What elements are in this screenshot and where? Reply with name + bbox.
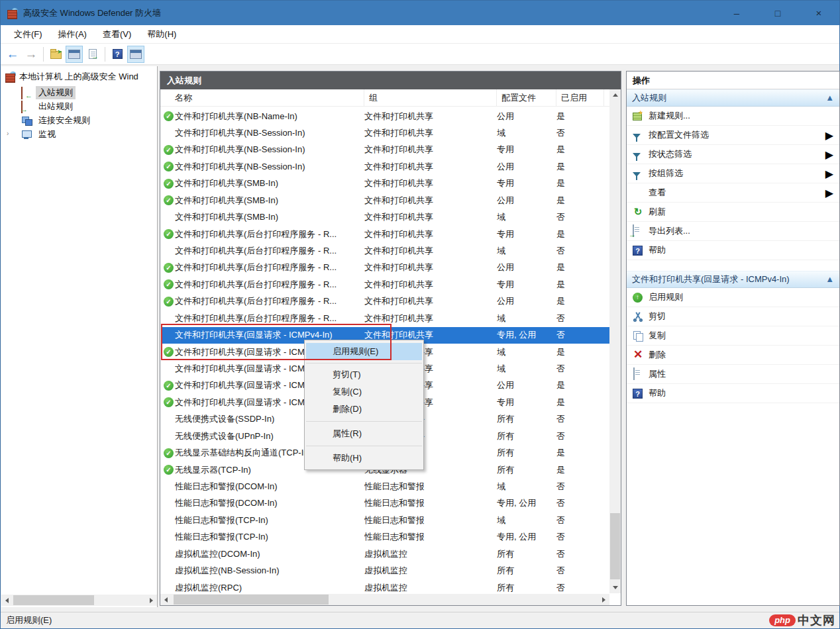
action-item-icon-box — [633, 170, 649, 177]
php-badge: php — [769, 614, 796, 626]
rule-profile-cell: 所有 — [497, 582, 556, 593]
rule-row[interactable]: 文件和打印机共享(SMB-In)文件和打印机共享域否 — [161, 209, 609, 226]
rule-enabled-cell: 是 — [556, 279, 565, 291]
rule-row[interactable]: 性能日志和警报(TCP-In)性能日志和警报专用, 公用否 — [161, 529, 609, 546]
context-menu-item-剪切(T)[interactable]: 剪切(T) — [306, 366, 422, 383]
context-menu-item-帮助(H)[interactable]: 帮助(H) — [306, 450, 422, 467]
minimize-button[interactable]: – — [716, 1, 757, 25]
scroll-down-button[interactable] — [609, 582, 621, 593]
rule-row[interactable]: 性能日志和警报(DCOM-In)性能日志和警报域否 — [161, 478, 609, 495]
tree-item-label: 入站规则 — [36, 86, 76, 99]
scroll-left-button[interactable] — [1, 595, 13, 606]
properties-icon — [633, 368, 635, 380]
rule-group-cell: 文件和打印机共享 — [364, 127, 497, 139]
action-item-label: 帮助 — [649, 244, 839, 256]
rule-row[interactable]: ✓文件和打印机共享(后台打印程序服务 - R...文件和打印机共享专用是 — [161, 276, 609, 293]
action-item-导出列表...[interactable]: 导出列表... — [627, 222, 839, 241]
up-one-level-button[interactable] — [47, 46, 64, 63]
action-item-查看[interactable]: 查看▶ — [627, 183, 839, 203]
tree-item-连接安全规则[interactable]: 连接安全规则 — [21, 114, 93, 127]
column-header-名称[interactable]: 名称 — [170, 89, 364, 107]
action-item-删除[interactable]: ✕删除 — [627, 346, 839, 365]
scroll-right-button[interactable] — [146, 595, 157, 606]
action-item-新建规则...[interactable]: 新建规则... — [627, 107, 839, 126]
enabled-check-icon: ✓ — [164, 111, 174, 121]
help-button[interactable]: ? — [109, 46, 126, 63]
rule-enabled-cell: 是 — [556, 228, 565, 240]
scrollbar-thumb[interactable] — [13, 595, 94, 605]
tree-item-入站规则[interactable]: ←入站规则 — [21, 86, 76, 99]
action-item-剪切[interactable]: 剪切 — [627, 307, 839, 326]
menu-item-3[interactable]: 帮助(H) — [139, 25, 184, 44]
rule-row[interactable]: ✓文件和打印机共享(后台打印程序服务 - R...文件和打印机共享公用是 — [161, 293, 609, 310]
submenu-arrow-icon: ▶ — [825, 129, 833, 142]
context-menu-item-复制(C)[interactable]: 复制(C) — [306, 383, 422, 401]
action-section-header-0[interactable]: 入站规则▲ — [627, 89, 839, 107]
close-button[interactable]: × — [798, 1, 839, 25]
action-item-启用规则[interactable]: ↑启用规则 — [627, 288, 839, 307]
scroll-up-button[interactable] — [609, 89, 621, 101]
list-horizontal-scrollbar[interactable] — [160, 594, 609, 605]
action-item-按状态筛选[interactable]: 按状态筛选▶ — [627, 145, 839, 164]
rule-enabled-cell: 否 — [556, 531, 565, 543]
rule-row[interactable]: 虚拟机监控(NB-Session-In)虚拟机监控所有否 — [161, 563, 609, 579]
action-item-复制[interactable]: 复制 — [627, 326, 839, 346]
menu-item-1[interactable]: 操作(A) — [50, 25, 95, 44]
back-button[interactable]: ← — [4, 46, 21, 63]
tree-item-监视[interactable]: 监视 — [21, 128, 58, 141]
scroll-left-button[interactable] — [160, 594, 172, 605]
column-header-配置文件[interactable]: 配置文件 — [497, 89, 556, 107]
rule-row[interactable]: ✓文件和打印机共享(NB-Session-In)文件和打印机共享公用是 — [161, 158, 609, 175]
action-item-属性[interactable]: 属性 — [627, 365, 839, 384]
list-vertical-scrollbar[interactable] — [609, 89, 621, 593]
action-section-header-1[interactable]: 文件和打印机共享(回显请求 - ICMPv4-In)▲ — [627, 271, 839, 288]
tree-item-出站规则[interactable]: →出站规则 — [21, 100, 76, 113]
scrollbar-thumb[interactable] — [610, 513, 620, 579]
scroll-right-button[interactable] — [598, 594, 609, 605]
rule-row[interactable]: 文件和打印机共享(NB-Session-In)文件和打印机共享域否 — [161, 124, 609, 141]
context-menu-item-启用规则(E)[interactable]: 启用规则(E) — [306, 343, 422, 360]
rule-row[interactable]: 性能日志和警报(DCOM-In)性能日志和警报专用, 公用否 — [161, 495, 609, 512]
show-console-tree-button[interactable] — [66, 46, 83, 63]
show-action-pane-button[interactable] — [127, 46, 144, 63]
rule-row[interactable]: ✓文件和打印机共享(后台打印程序服务 - R...文件和打印机共享公用是 — [161, 260, 609, 276]
maximize-button[interactable]: □ — [757, 1, 798, 25]
context-menu-item-属性(R)[interactable]: 属性(R) — [306, 425, 422, 442]
collapse-icon[interactable]: ▲ — [825, 271, 834, 288]
action-item-label: 帮助 — [649, 387, 839, 399]
rule-profile-cell: 专用, 公用 — [497, 329, 556, 341]
action-item-label: 新建规则... — [649, 110, 839, 122]
tree-expander-icon[interactable]: › — [7, 130, 9, 137]
rule-name-cell: 性能日志和警报(TCP-In) — [175, 531, 364, 543]
rule-row[interactable]: ✓文件和打印机共享(NB-Session-In)文件和打印机共享专用是 — [161, 142, 609, 158]
scrollbar-thumb[interactable] — [174, 595, 329, 605]
column-header-已启用[interactable]: 已启用 — [556, 89, 604, 107]
tree-horizontal-scrollbar[interactable] — [1, 595, 157, 606]
rule-profile-cell: 域 — [497, 481, 556, 493]
collapse-icon[interactable]: ▲ — [825, 89, 834, 107]
rule-row[interactable]: 文件和打印机共享(后台打印程序服务 - R...文件和打印机共享域否 — [161, 310, 609, 326]
rule-row[interactable]: 性能日志和警报(TCP-In)性能日志和警报域否 — [161, 512, 609, 528]
rule-row[interactable]: 虚拟机监控(RPC)虚拟机监控所有否 — [161, 579, 609, 593]
action-item-帮助[interactable]: ?帮助 — [627, 384, 839, 403]
menu-item-0[interactable]: 文件(F) — [6, 25, 50, 44]
help-icon: ? — [633, 246, 643, 256]
rule-row[interactable]: 虚拟机监控(DCOM-In)虚拟机监控所有否 — [161, 546, 609, 562]
action-item-刷新[interactable]: ↻刷新 — [627, 203, 839, 222]
column-header-组[interactable]: 组 — [364, 89, 497, 107]
menu-item-2[interactable]: 查看(V) — [95, 25, 139, 44]
context-menu-item-删除(D)[interactable]: 删除(D) — [306, 401, 422, 418]
action-item-按组筛选[interactable]: 按组筛选▶ — [627, 164, 839, 183]
export-list-button[interactable] — [84, 46, 101, 63]
rule-row[interactable]: ✓文件和打印机共享(NB-Name-In)文件和打印机共享公用是 — [161, 108, 609, 124]
action-item-帮助[interactable]: ?帮助 — [627, 241, 839, 260]
forward-button[interactable]: → — [23, 46, 40, 63]
rule-row[interactable]: ✓文件和打印机共享(后台打印程序服务 - R...文件和打印机共享专用是 — [161, 226, 609, 242]
tree-root-node[interactable]: 本地计算机 上的高级安全 Wind — [5, 71, 158, 83]
rule-profile-cell: 域 — [497, 313, 556, 324]
rule-row[interactable]: 文件和打印机共享(后台打印程序服务 - R...文件和打印机共享域否 — [161, 242, 609, 259]
rule-group-cell: 文件和打印机共享 — [364, 279, 497, 291]
rule-row[interactable]: ✓文件和打印机共享(SMB-In)文件和打印机共享公用是 — [161, 192, 609, 209]
rule-row[interactable]: ✓文件和打印机共享(SMB-In)文件和打印机共享专用是 — [161, 175, 609, 192]
action-item-按配置文件筛选[interactable]: 按配置文件筛选▶ — [627, 126, 839, 145]
